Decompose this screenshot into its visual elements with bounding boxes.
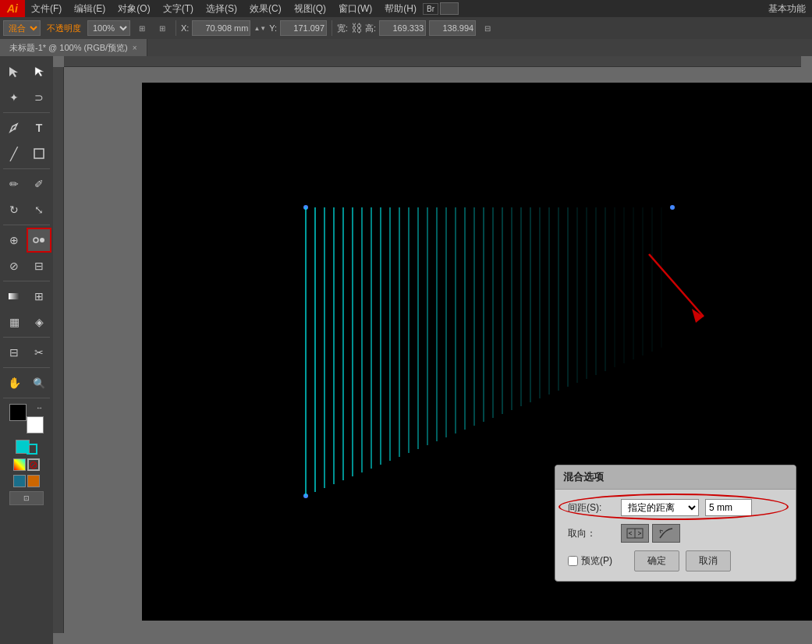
type-tool[interactable]: T: [27, 115, 51, 140]
ruler-horizontal: [64, 56, 801, 67]
w-label: 宽:: [337, 23, 348, 34]
x-input[interactable]: [192, 20, 250, 36]
separator-4: [3, 281, 50, 281]
spacing-select[interactable]: 指定的距离 指定的步数 平滑颜色: [621, 499, 699, 516]
background-color-swatch[interactable]: [27, 416, 44, 433]
separator-3: [3, 225, 50, 225]
artboard-tool[interactable]: ⊟: [2, 340, 27, 365]
toolbar: ✦ ⊃ T ╱ ✏ ✐ ↻ ⤡ ⊕: [0, 56, 53, 644]
cancel-button[interactable]: 取消: [686, 550, 731, 571]
svg-line-46: [649, 254, 704, 317]
tool-row-selection: [2, 59, 51, 84]
menu-view[interactable]: 视图(Q): [288, 1, 332, 17]
y-input[interactable]: [280, 20, 327, 36]
tab-bar: 未标题-1* @ 100% (RGB/预览) ×: [0, 39, 812, 56]
menu-help[interactable]: 帮助(H): [378, 1, 423, 17]
warp-tool[interactable]: ⊕: [2, 228, 27, 253]
tool-row-chart: ▦ ◈: [2, 310, 51, 334]
blend-dialog-body: 间距(S): 指定的距离 指定的步数 平滑颜色 取向：: [555, 490, 796, 581]
spacing-value-input[interactable]: [705, 499, 752, 516]
mesh-tool[interactable]: ⊞: [27, 284, 51, 309]
foreground-color-swatch[interactable]: [9, 404, 27, 421]
svg-point-2: [34, 238, 38, 242]
pencil-tool[interactable]: ✐: [27, 172, 51, 196]
screen-mode-button[interactable]: ⊡: [9, 491, 44, 505]
svg-point-3: [40, 238, 44, 242]
tab-close-button[interactable]: ×: [133, 44, 137, 52]
document-tab[interactable]: 未标题-1* @ 100% (RGB/预览) ×: [0, 39, 147, 56]
tool-row-artboard: ⊟ ✂: [2, 340, 51, 365]
ok-button[interactable]: 确定: [634, 550, 679, 571]
screen-icon[interactable]: ⊞: [133, 19, 151, 37]
fill-stroke-area: [14, 437, 39, 456]
separator-2: [3, 168, 50, 169]
align-icon[interactable]: ⊟: [479, 19, 496, 37]
h-label: 高:: [365, 23, 376, 34]
preview-checkbox[interactable]: [568, 556, 578, 566]
divider-2: [332, 20, 332, 36]
menu-edit[interactable]: 编辑(E): [68, 1, 112, 17]
separator-5: [3, 337, 50, 338]
direction-spine-icon[interactable]: [652, 524, 680, 543]
w-input[interactable]: [379, 20, 426, 36]
chart-tool[interactable]: ▦: [2, 310, 27, 334]
menu-object[interactable]: 对象(O): [112, 1, 156, 17]
preview-mode-icon[interactable]: [27, 475, 40, 487]
direct-selection-tool[interactable]: [27, 59, 51, 84]
grid-snap-icon[interactable]: ⊞: [154, 19, 171, 37]
y-label: Y:: [269, 23, 277, 33]
eyedropper-tool[interactable]: ⊘: [2, 253, 27, 278]
brush-tool[interactable]: ✏: [2, 172, 27, 196]
slice-tool[interactable]: ✂: [27, 340, 51, 365]
separator-7: [3, 398, 50, 398]
measure-tool[interactable]: ⊟: [27, 253, 51, 278]
rectangle-tool[interactable]: [27, 141, 51, 166]
normal-mode-icon[interactable]: [13, 475, 26, 487]
dialog-buttons-row: 预览(P) 确定 取消: [568, 550, 783, 571]
link-icon: ⛓: [351, 22, 362, 34]
color-mode-area: ⊘: [12, 457, 41, 472]
menu-effect[interactable]: 效果(C): [243, 1, 288, 17]
red-arrow-annotation: [649, 254, 704, 323]
menu-window[interactable]: 窗口(W): [332, 1, 378, 17]
color-mode-icon[interactable]: [13, 458, 26, 471]
blend-mode-select[interactable]: 混合: [3, 20, 41, 36]
direction-buttons: [621, 524, 680, 543]
options-bar: 混合 不透明度 100% ⊞ ⊞ X: ▲▼ Y: 宽: ⛓ 高: ⊟: [0, 17, 812, 39]
direction-page-icon[interactable]: [621, 524, 649, 543]
menu-type[interactable]: 文字(T): [157, 1, 200, 17]
rotate-tool[interactable]: ↻: [2, 197, 27, 222]
scale-tool[interactable]: ⤡: [27, 197, 51, 222]
selection-tool[interactable]: [2, 59, 27, 84]
lasso-tool[interactable]: ⊃: [27, 85, 51, 110]
symbol-tool[interactable]: ◈: [27, 310, 51, 334]
tool-row-magic: ✦ ⊃: [2, 85, 51, 110]
no-fill-icon[interactable]: ⊘: [27, 458, 40, 471]
menu-bar: Ai 文件(F) 编辑(E) 对象(O) 文字(T) 选择(S) 效果(C) 视…: [0, 0, 812, 17]
y-arrow-icon: ▲▼: [254, 20, 266, 36]
workspace-label: 基本功能: [768, 2, 812, 16]
gradient-tool[interactable]: [2, 284, 27, 309]
zoom-tool[interactable]: 🔍: [27, 370, 51, 395]
opacity-select[interactable]: 100%: [87, 20, 130, 36]
spacing-label: 间距(S):: [568, 501, 615, 515]
pen-tool[interactable]: [2, 115, 27, 140]
preview-label: 预览(P): [581, 554, 628, 568]
opacity-label: 不透明度: [44, 23, 84, 34]
magic-wand-tool[interactable]: ✦: [2, 85, 27, 110]
menu-file[interactable]: 文件(F): [25, 1, 68, 17]
stroke-color[interactable]: [27, 444, 37, 455]
menu-select[interactable]: 选择(S): [200, 1, 243, 17]
hand-tool[interactable]: ✋: [2, 370, 27, 395]
right-anchor: [670, 205, 675, 210]
x-label: X:: [181, 23, 189, 33]
line-tool[interactable]: ╱: [2, 141, 27, 166]
h-input[interactable]: [429, 20, 476, 36]
tool-row-brush: ✏ ✐: [2, 172, 51, 196]
tool-row-pen: T: [2, 115, 51, 140]
color-swatch-area: ↔: [9, 404, 44, 433]
swap-colors-icon[interactable]: ↔: [36, 404, 44, 412]
screen-mode-area: [12, 473, 41, 489]
blend-tool[interactable]: [27, 228, 51, 253]
svg-rect-4: [9, 293, 20, 299]
